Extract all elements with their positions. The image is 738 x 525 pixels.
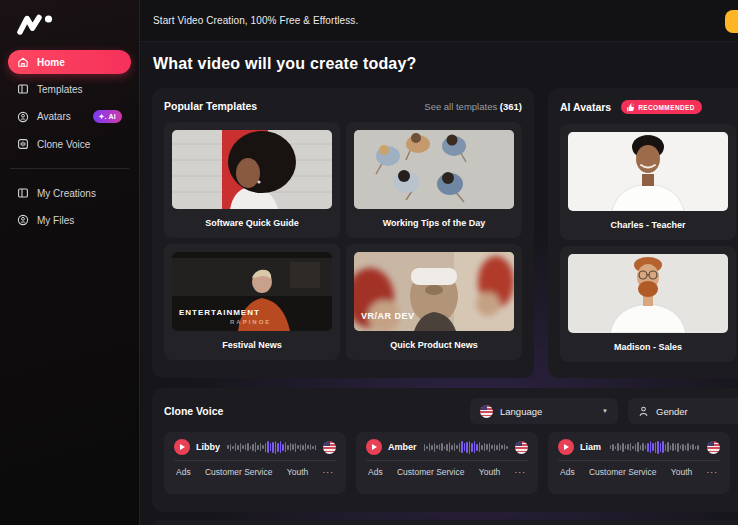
cta-button[interactable] — [725, 10, 738, 33]
my-creations-icon — [17, 187, 29, 199]
ai-badge: ✦. AI — [93, 110, 123, 123]
avatar-label: Charles - Teacher — [560, 220, 736, 230]
template-thumbnail — [354, 130, 514, 209]
voice-tag: Ads — [560, 467, 575, 477]
sidebar-item-label: My Creations — [37, 188, 96, 199]
sidebar-item-label: Clone Voice — [37, 139, 90, 150]
thumbnail-overlay-text: ENTERTAINMENT — [179, 308, 260, 317]
template-thumbnail: VR/AR DEV — [354, 252, 514, 331]
language-filter-dropdown[interactable]: Language ▼ — [470, 398, 618, 424]
recommended-label: RECOMMENDED — [638, 104, 695, 111]
avatars-icon — [17, 111, 29, 123]
home-icon — [17, 56, 29, 68]
avatar-label: Madison - Sales — [560, 342, 736, 352]
voice-tag: Youth — [671, 467, 692, 477]
voice-card-libby[interactable]: Libby Ads Customer Service Youth ··· — [164, 432, 346, 494]
template-card-software-quick-guide[interactable]: Software Quick Guide — [164, 122, 340, 238]
thumbs-up-icon — [626, 103, 635, 112]
more-tags-button[interactable]: ··· — [515, 467, 527, 477]
us-flag-icon — [515, 441, 528, 454]
sidebar-item-avatars[interactable]: Avatars ✦. AI — [8, 104, 131, 129]
page-title: What video will you create today? — [153, 55, 417, 73]
voice-name: Liam — [580, 442, 601, 452]
clone-voice-icon — [17, 138, 29, 150]
templates-count: (361) — [500, 101, 522, 112]
play-button[interactable] — [174, 439, 190, 455]
thumbnail-overlay-subtext: RAPINOE — [230, 319, 271, 325]
template-label: Software Quick Guide — [164, 218, 340, 228]
sidebar-divider — [10, 168, 129, 169]
voice-tag: Ads — [176, 467, 191, 477]
recommended-badge: RECOMMENDED — [621, 100, 702, 114]
sidebar-nav: Home Templates Avatars ✦. AI Clone Voice… — [0, 50, 139, 232]
ai-avatars-title: AI Avatars — [560, 101, 611, 113]
more-tags-button[interactable]: ··· — [323, 467, 335, 477]
chevron-down-icon: ▼ — [602, 408, 608, 414]
clone-voice-title: Clone Voice — [164, 405, 223, 417]
avatar-thumbnail — [568, 132, 728, 211]
voice-name: Libby — [196, 442, 220, 452]
next-section-peek — [152, 520, 738, 525]
voice-tag: Youth — [287, 467, 308, 477]
see-all-templates-link[interactable]: See all templates (361) — [424, 101, 522, 112]
sidebar-item-templates[interactable]: Templates — [8, 77, 131, 101]
template-label: Working Tips of the Day — [346, 218, 522, 228]
thumbnail-overlay-text: VR/AR DEV — [361, 311, 415, 321]
template-card-quick-product-news[interactable]: VR/AR DEV Quick Product News — [346, 244, 522, 360]
play-button[interactable] — [558, 439, 574, 455]
template-label: Quick Product News — [346, 340, 522, 350]
us-flag-icon — [323, 441, 336, 454]
language-filter-label: Language — [500, 406, 542, 417]
avatar-card-madison[interactable]: Madison - Sales — [560, 246, 736, 362]
waveform — [607, 439, 701, 455]
voice-tag: Youth — [479, 467, 500, 477]
main-content: What video will you create today? Popula… — [140, 42, 738, 525]
popular-templates-title: Popular Templates — [164, 100, 257, 112]
template-thumbnail: ENTERTAINMENT RAPINOE — [172, 252, 332, 331]
more-tags-button[interactable]: ··· — [707, 467, 719, 477]
sidebar-item-label: Home — [37, 57, 65, 68]
my-files-icon — [17, 214, 29, 226]
sidebar-item-my-files[interactable]: My Files — [8, 208, 131, 232]
sidebar-item-my-creations[interactable]: My Creations — [8, 181, 131, 205]
gender-filter-dropdown[interactable]: Gender — [628, 398, 738, 424]
ai-avatars-panel: AI Avatars RECOMMENDED — [548, 88, 738, 378]
clone-voice-panel: Clone Voice Language ▼ Gender Libby — [152, 388, 738, 512]
voice-tag: Ads — [368, 467, 383, 477]
voice-tag: Customer Service — [589, 467, 657, 477]
waveform — [226, 439, 317, 455]
popular-templates-panel: Popular Templates See all templates (361… — [152, 88, 534, 378]
template-card-festival-news[interactable]: ENTERTAINMENT RAPINOE Festival News — [164, 244, 340, 360]
template-label: Festival News — [164, 340, 340, 350]
us-flag-icon — [480, 405, 493, 418]
templates-icon — [17, 83, 29, 95]
topbar: Start Video Creation, 100% Free & Effort… — [140, 0, 738, 42]
sidebar-item-label: My Files — [37, 215, 74, 226]
voice-card-liam[interactable]: Liam Ads Customer Service Youth ··· — [548, 432, 730, 494]
sidebar-item-home[interactable]: Home — [8, 50, 131, 74]
see-all-label: See all templates — [424, 101, 497, 112]
sidebar-item-label: Templates — [37, 84, 83, 95]
sidebar-item-clone-voice[interactable]: Clone Voice — [8, 132, 131, 156]
app-logo-icon — [13, 9, 57, 39]
voice-tag: Customer Service — [397, 467, 465, 477]
avatar-thumbnail — [568, 254, 728, 333]
sidebar-item-label: Avatars — [37, 111, 71, 122]
avatar-card-charles[interactable]: Charles - Teacher — [560, 124, 736, 240]
voice-card-amber[interactable]: Amber Ads Customer Service Youth ··· — [356, 432, 538, 494]
us-flag-icon — [707, 441, 720, 454]
sidebar: Home Templates Avatars ✦. AI Clone Voice… — [0, 0, 140, 525]
person-icon — [638, 406, 649, 417]
gender-filter-label: Gender — [656, 406, 688, 417]
template-card-working-tips[interactable]: Working Tips of the Day — [346, 122, 522, 238]
voice-tag: Customer Service — [205, 467, 273, 477]
play-button[interactable] — [366, 439, 382, 455]
waveform — [423, 439, 509, 455]
tagline: Start Video Creation, 100% Free & Effort… — [153, 15, 358, 26]
voice-name: Amber — [388, 442, 417, 452]
template-thumbnail — [172, 130, 332, 209]
